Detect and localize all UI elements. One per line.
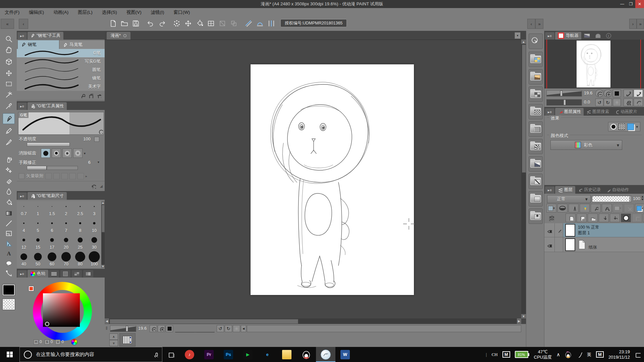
- navigator-zoom-slider[interactable]: [546, 90, 582, 97]
- brush-size-0.7[interactable]: 0.7: [17, 201, 31, 218]
- hsv-s-readout[interactable]: S0: [45, 340, 56, 345]
- nav-fit-width-icon[interactable]: [624, 89, 633, 97]
- panel-menu-icon[interactable]: ▸≡: [17, 103, 27, 110]
- taskbar-app-edge[interactable]: e: [258, 347, 277, 362]
- brush-size-12[interactable]: 12: [17, 235, 31, 252]
- tool-brush-icon[interactable]: [3, 137, 15, 147]
- fill-tool-icon[interactable]: [195, 18, 205, 28]
- brush-size-60[interactable]: 60: [45, 251, 59, 268]
- vector-snap-checkbox[interactable]: [19, 173, 24, 179]
- taskbar-app-premiere[interactable]: Pr: [199, 347, 219, 362]
- layer-palette-color-icon[interactable]: ▾: [546, 204, 556, 213]
- delete-subtool-icon[interactable]: [96, 93, 101, 98]
- tool-eraser-icon[interactable]: [3, 176, 15, 186]
- redo-icon[interactable]: [157, 18, 167, 28]
- foreground-color-swatch[interactable]: [3, 285, 15, 295]
- stabilize-dropdown-icon[interactable]: ▾: [98, 160, 99, 164]
- brush-size-25[interactable]: 25: [73, 235, 88, 252]
- layer-property-tab[interactable]: 图层属性: [555, 108, 584, 116]
- delete-stray-icon[interactable]: [172, 18, 182, 28]
- panel-menu-icon[interactable]: ▸≡: [17, 192, 27, 200]
- ime-lang-cn-icon[interactable]: 英: [587, 352, 591, 358]
- clip-at-layer-icon[interactable]: [569, 204, 579, 213]
- tool-marquee-icon[interactable]: [3, 78, 15, 89]
- undo-icon[interactable]: [146, 18, 156, 28]
- antialias-none-button[interactable]: [41, 148, 50, 158]
- collapse-left-panel-button[interactable]: ‹: [19, 19, 28, 29]
- layer-opacity-slider[interactable]: [592, 196, 632, 202]
- color-mixer-tab-icon[interactable]: [72, 270, 82, 278]
- color-set-tab-icon[interactable]: [60, 270, 70, 278]
- lock-transparent-icon[interactable]: [602, 204, 612, 213]
- information-tab[interactable]: i: [603, 32, 614, 40]
- collapse-right-dock-button[interactable]: »: [637, 19, 644, 29]
- tool-gradient-icon[interactable]: [3, 208, 15, 219]
- reset-all-settings-icon[interactable]: [90, 183, 96, 189]
- taskbar-app-word[interactable]: W: [335, 347, 355, 362]
- tool-airbrush-icon[interactable]: [3, 154, 15, 165]
- action-center-icon[interactable]: [635, 352, 641, 358]
- material-tone-button[interactable]: [529, 121, 543, 137]
- brush-size-50[interactable]: 50: [31, 251, 45, 268]
- subtool-item-镝笔[interactable]: 镝笔: [17, 74, 105, 83]
- frame-tool-icon[interactable]: [206, 18, 216, 28]
- menu-item-4[interactable]: 选择(S): [97, 8, 122, 16]
- close-button[interactable]: ✕: [635, 0, 644, 8]
- resize-grip-icon[interactable]: ◢: [100, 184, 103, 188]
- nav-zoom-in-icon[interactable]: [604, 89, 612, 97]
- subtool-item-G笔[interactable]: G笔: [17, 49, 105, 58]
- material-monochrome-button[interactable]: [529, 86, 543, 102]
- tray-expand-icon[interactable]: ∧: [556, 352, 560, 358]
- brush-size-100[interactable]: 100: [87, 251, 102, 268]
- layer-mask-icon[interactable]: [557, 204, 568, 213]
- brush-size-17[interactable]: 17: [45, 235, 59, 252]
- panel-menu-icon[interactable]: ▸≡: [545, 32, 554, 40]
- snap-grid-icon[interactable]: [266, 18, 276, 28]
- magnifier-icon[interactable]: [98, 129, 103, 134]
- collapse-left-dock-button[interactable]: «: [1, 19, 14, 29]
- material-draft-button[interactable]: [529, 174, 543, 189]
- sv-marker[interactable]: [45, 322, 49, 326]
- merge-down-icon[interactable]: [610, 214, 620, 222]
- antialias-weak-button[interactable]: [52, 148, 61, 158]
- new-folder-icon[interactable]: [588, 214, 598, 222]
- subtool-item-写实G笔[interactable]: 写实G笔: [17, 57, 105, 66]
- nav-rotate-ccw-icon[interactable]: ↺: [595, 99, 603, 106]
- taskbar-app-netease-music[interactable]: ♪: [180, 347, 199, 362]
- reference-layer-icon[interactable]: ▾: [613, 204, 623, 213]
- subtool-panel-tab[interactable]: "钢笔"子工具: [28, 32, 63, 40]
- taskbar-app-file-explorer[interactable]: [277, 347, 297, 362]
- layer-visibility-icon[interactable]: [544, 237, 555, 252]
- tool-eyedropper-icon[interactable]: [3, 101, 15, 111]
- expand-right-strip-button[interactable]: ‹: [527, 19, 535, 29]
- tool-blend-icon[interactable]: [3, 186, 15, 196]
- nav-reset-rotation-icon[interactable]: ❋: [613, 99, 621, 106]
- expand-down-icon[interactable]: ⩔: [109, 340, 118, 346]
- ime-lang-indicator[interactable]: CH: [492, 352, 498, 357]
- new-raster-layer-icon[interactable]: [566, 214, 576, 222]
- item-bank-tab[interactable]: [593, 32, 603, 40]
- menu-item-7[interactable]: 窗口(W): [169, 8, 195, 16]
- tone-effect-icon[interactable]: [619, 123, 625, 130]
- brush-size-3[interactable]: 3: [87, 201, 102, 218]
- tab-pen[interactable]: 钢笔: [17, 40, 65, 49]
- taskbar-app-iqiyi[interactable]: ▶: [238, 347, 258, 362]
- brush-size-1.5[interactable]: 1.5: [45, 201, 59, 218]
- tool-operate-3d-icon[interactable]: [3, 56, 15, 67]
- antialias-strong-button[interactable]: [73, 148, 83, 158]
- brush-size-30[interactable]: 30: [87, 235, 102, 252]
- timeline-thumbnail-button[interactable]: [119, 333, 136, 347]
- stabilize-slider[interactable]: [27, 166, 78, 170]
- snap-ruler-icon[interactable]: [244, 18, 254, 28]
- color-slider-tab-icon[interactable]: [49, 270, 59, 278]
- transfer-down-icon[interactable]: [599, 214, 609, 222]
- tool-auto-select-icon[interactable]: [3, 89, 15, 100]
- cpu-temp-widget[interactable]: 47℃ CPU温度: [534, 349, 552, 360]
- battery-indicator[interactable]: 81%: [515, 351, 529, 358]
- tool-balloon-icon[interactable]: [3, 258, 15, 269]
- menu-item-0[interactable]: 文件(F): [0, 8, 24, 16]
- brush-size-tab[interactable]: "G笔"笔刷尺寸: [28, 192, 67, 200]
- subtool-item-圆笔[interactable]: 圆笔: [17, 66, 105, 74]
- document-tab[interactable]: 漫画*: [107, 32, 130, 40]
- fit-to-screen-icon[interactable]: [166, 325, 173, 332]
